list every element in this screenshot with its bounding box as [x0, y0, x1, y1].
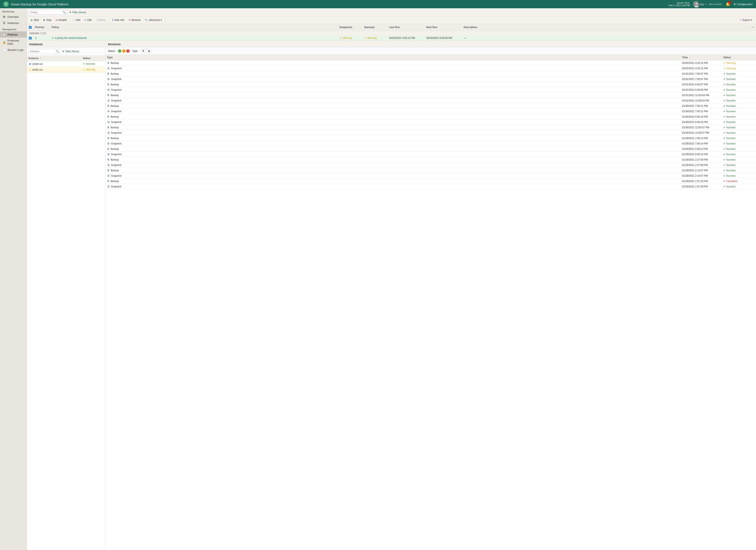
status-filter-success[interactable]: ✓ — [118, 49, 121, 53]
snapshot-icon: 🖥 — [107, 174, 110, 177]
session-row[interactable]: ⬆ Backup 01/29/2021 6:00:13 PM ✔ Success — [105, 146, 756, 152]
session-row[interactable]: ⬆ Backup 01/30/2021 7:00:11 PM ✔ Success — [105, 103, 756, 109]
sessions-col-header-status[interactable]: Status — [723, 56, 754, 59]
session-row[interactable]: ⬆ Backup 01/29/2021 2:14:57 PM ✔ Success — [105, 168, 756, 173]
table-row[interactable]: 1 ✔ a-policy-for-nested-instances ⚠ Warn… — [27, 36, 756, 40]
col-header-backups[interactable]: Backups — [363, 25, 388, 30]
select-all-checkbox[interactable] — [29, 26, 32, 29]
policy-col-label: Policy — [52, 26, 59, 29]
col-header-next-run[interactable]: Next Run — [425, 25, 462, 30]
instance-row[interactable]: 🖥 dr283-vm ✔ Success — [27, 61, 105, 67]
session-row[interactable]: ⬆ Backup 01/31/2021 12:00:04 PM ✔ Succes… — [105, 93, 756, 98]
session-row[interactable]: ⬆ Backup 01/30/2021 12:00:07 PM ✔ Succes… — [105, 125, 756, 130]
configuration-button[interactable]: ⚙ Configuration — [733, 3, 753, 6]
col-header-snapshots[interactable]: Snapshots — [338, 25, 363, 30]
start-button[interactable]: ▶ Start — [29, 18, 41, 22]
session-row[interactable]: 🖥 Snapshot 01/30/2021 7:00:11 PM ✔ Succe… — [105, 109, 756, 114]
session-status: ✔ Success — [723, 174, 754, 177]
instance-row[interactable]: ⚠ dr282-vm ⚠ Warning — [27, 67, 105, 73]
instances-icon: ☰ — [2, 21, 6, 25]
sidebar-section-management: Management — [0, 26, 27, 31]
session-time-cell: 01/31/2021 12:00:03 PM — [682, 99, 723, 102]
start-icon: ▶ — [31, 19, 33, 21]
col-header-last-run[interactable]: Last Run — [388, 25, 425, 30]
session-type-text: Backup — [111, 62, 119, 64]
session-row[interactable]: 🖥 Snapshot 01/29/2021 6:00:13 PM ✔ Succe… — [105, 152, 756, 157]
session-row[interactable]: ⬆ Backup 01/29/2021 2:27:59 PM ✔ Success — [105, 157, 756, 162]
vm-warn-icon: ⚠ — [29, 68, 31, 71]
chevron-down-icon: ▾ — [705, 3, 706, 6]
edit-button[interactable]: ✏ Edit — [83, 18, 93, 22]
status-filter-error[interactable]: ✕ — [126, 49, 130, 53]
session-row[interactable]: 🖥 Snapshot 01/30/2021 6:00:10 PM ✔ Succe… — [105, 119, 756, 125]
user-info[interactable]: dry ▾ Administrator — [693, 1, 722, 7]
session-row[interactable]: 🖥 Snapshot 01/31/2021 6:00:06 PM ✔ Succe… — [105, 87, 756, 93]
session-row[interactable]: ⬆ Backup 01/30/2021 6:00:10 PM ✔ Success — [105, 114, 756, 119]
sidebar-item-policies[interactable]: 📋 Policies — [0, 31, 27, 38]
session-row[interactable]: 🖥 Snapshot 01/30/2021 12:00:07 PM ✔ Succ… — [105, 130, 756, 136]
instance-status-cell: ✔ Success — [83, 62, 104, 65]
session-row[interactable]: 🖥 Snapshot 01/29/2021 7:00:14 PM ✔ Succe… — [105, 141, 756, 146]
instance-col-header-name[interactable]: Instance ↓ — [29, 57, 83, 60]
session-status-cell: ✔ Success — [723, 148, 754, 150]
session-row[interactable]: 🖥 Snapshot 01/29/2021 2:14:57 PM ✔ Succe… — [105, 173, 756, 179]
session-row[interactable]: 🖥 Snapshot 01/31/2021 7:00:07 PM ✔ Succe… — [105, 76, 756, 82]
policy-search-box[interactable]: 🔍 — [29, 10, 67, 15]
instance-filter-button[interactable]: ▼ Filter (None) — [62, 50, 79, 53]
instance-col-header-status[interactable]: Status — [83, 57, 104, 60]
sessions-col-header-time[interactable]: Time ↓ — [682, 56, 723, 59]
sessions-col-header-type[interactable]: Type — [107, 56, 682, 59]
session-row[interactable]: ⬆ Backup 01/29/2021 7:00:14 PM ✔ Success — [105, 136, 756, 141]
policy-search-input[interactable] — [31, 11, 62, 14]
success-status-icon: ✔ — [723, 110, 725, 113]
policy-filter-button[interactable]: ▼ Filter (None) — [69, 11, 86, 14]
session-row[interactable]: ⬆ Backup 01/31/2021 6:00:07 PM ✔ Success — [105, 82, 756, 87]
sidebar-item-instances[interactable]: ☰ Instances — [0, 20, 27, 26]
session-row[interactable]: 🖥 Snapshot 02/02/2021 4:32:12 PM ⚠ Warni… — [105, 66, 756, 71]
session-type-text: Backup — [111, 94, 119, 97]
session-status: ✔ Success — [723, 126, 754, 129]
session-time-cell: 01/29/2021 7:00:14 PM — [682, 137, 723, 140]
session-time-cell: 02/02/2021 4:32:12 PM — [682, 62, 723, 64]
disable-button[interactable]: ⊘ Disable — [54, 18, 68, 22]
export-button[interactable]: ↗ Export ▾ — [738, 18, 754, 22]
session-status: ✔ Success — [723, 185, 754, 188]
row-checkbox[interactable] — [29, 37, 32, 39]
session-time-cell: 01/29/2021 6:00:13 PM — [682, 148, 723, 150]
advanced-button[interactable]: 🔧 Advanced ▾ — [143, 18, 163, 22]
status-filter-warning[interactable]: ⚠ — [122, 49, 125, 53]
sidebar-item-protected-data[interactable]: 🔒 Protected Data — [0, 38, 27, 47]
success-status-icon: ✔ — [723, 88, 725, 91]
session-status-cell: ✔ Success — [723, 78, 754, 81]
notification-bell[interactable]: 🔔 1 — [726, 2, 730, 6]
session-row[interactable]: ⬆ Backup 01/31/2021 7:00:07 PM ✔ Success — [105, 71, 756, 76]
col-header-policy[interactable]: Policy — [50, 25, 338, 30]
priority-button[interactable]: ↕ Priority — [94, 18, 107, 22]
instance-search-input[interactable] — [30, 50, 55, 53]
instance-name-text: dr283-vm — [32, 63, 43, 65]
instance-search-box[interactable]: 🔍 — [29, 49, 60, 54]
priority-icon: ↕ — [96, 19, 97, 21]
view-info-button[interactable]: ℹ View Info — [111, 18, 126, 22]
session-row[interactable]: ⬆ Backup 02/02/2021 4:32:12 PM ⚠ Warning — [105, 60, 756, 66]
col-header-description[interactable]: Description — [462, 25, 750, 30]
session-type-cell: 🖥 Snapshot — [107, 67, 682, 70]
stop-button[interactable]: ⏹ Stop — [41, 18, 53, 22]
session-row[interactable]: 🖥 Snapshot 01/29/2021 2:27:59 PM ✔ Succe… — [105, 162, 756, 168]
sidebar-item-label-policies: Policies — [7, 33, 18, 36]
session-row[interactable]: 🖥 Snapshot 01/31/2021 12:00:03 PM ✔ Succ… — [105, 98, 756, 103]
col-header-priority[interactable]: Priority ↑ — [33, 25, 50, 30]
type-filter-snapshot[interactable]: 🖥 — [146, 49, 151, 53]
col-header-more[interactable]: ⋯ — [750, 25, 756, 30]
app-title: Veeam Backup for Google Cloud Platform — [11, 2, 68, 6]
type-filter: ⬆ 🖥 — [141, 49, 151, 53]
sidebar-item-session-logs[interactable]: 📄 Session Logs — [0, 47, 27, 53]
type-filter-backup[interactable]: ⬆ — [141, 49, 145, 53]
add-button[interactable]: + Add — [72, 18, 82, 22]
instance-filter-label: Filter (None) — [65, 50, 79, 53]
remove-button[interactable]: ✕ Remove — [127, 18, 142, 22]
session-row[interactable]: 🖥 Snapshot 01/29/2021 1:57:28 PM ✔ Succe… — [105, 184, 756, 189]
session-row[interactable]: ⬆ Backup 01/29/2021 1:57:28 PM ✕ Cancell… — [105, 179, 756, 184]
session-status: ✔ Success — [723, 169, 754, 172]
sidebar-item-overview[interactable]: ⊞ Overview — [0, 14, 27, 20]
